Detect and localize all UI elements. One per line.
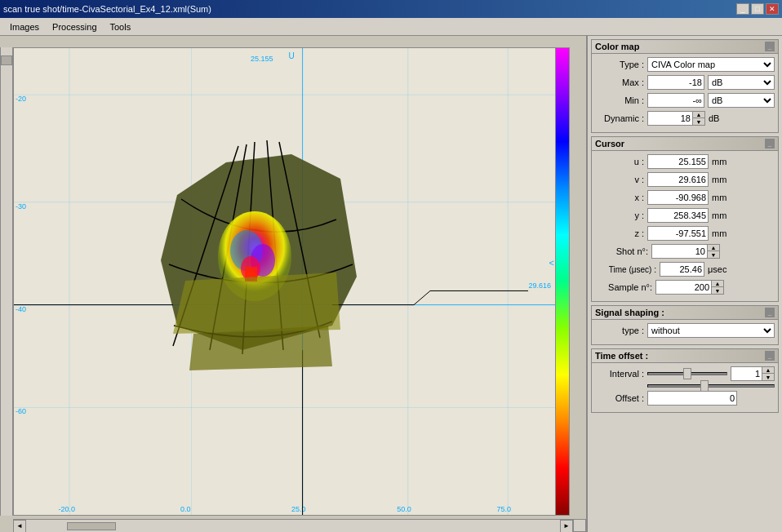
cursor-time-unit: μsec — [708, 264, 728, 274]
type-select[interactable]: CIVA Color map Gray scale Hot — [647, 57, 775, 72]
max-unit-select[interactable]: dB — [708, 75, 775, 90]
cursor-v-unit: mm — [712, 175, 732, 184]
cursor-x-input[interactable] — [647, 190, 709, 205]
signal-shaping-section: Signal shaping : _ type : without envelo… — [591, 305, 779, 345]
shot-spinner: ▲ ▼ — [707, 244, 720, 259]
canvas-viewport[interactable]: U 25.155 29.616 < -20 -30 -40 -60 -20.0 … — [13, 47, 570, 516]
time-offset-collapse[interactable]: _ — [765, 351, 775, 361]
offset-slider-thumb[interactable] — [700, 380, 709, 392]
cursor-u-row: u : mm — [595, 154, 775, 169]
cursor-z-input[interactable] — [647, 226, 709, 241]
color-map-collapse[interactable]: _ — [765, 42, 775, 51]
offset-slider-row — [595, 384, 775, 388]
menu-bar: Images Processing Tools — [0, 18, 782, 36]
interval-row: Interval : ▲ ▼ — [595, 366, 775, 381]
color-bar — [555, 47, 570, 516]
cursor-collapse[interactable]: _ — [765, 139, 775, 149]
offset-label: Offset : — [595, 393, 644, 403]
time-offset-body: Interval : ▲ ▼ — [592, 363, 778, 412]
cursor-z-label: z : — [595, 228, 644, 238]
interval-label: Interval : — [595, 369, 644, 379]
cursor-y-input[interactable] — [647, 208, 709, 223]
window-title: scan true shot/time-CivaSectorial_Ex4_12… — [3, 4, 211, 14]
time-offset-section: Time offset : _ Interval : ▲ ▼ — [591, 348, 779, 413]
scroll-corner-br[interactable] — [573, 519, 586, 532]
interval-down[interactable]: ▼ — [762, 374, 774, 380]
color-map-body: Type : CIVA Color map Gray scale Hot Max… — [592, 54, 778, 132]
interval-slider-track[interactable] — [647, 372, 727, 375]
cursor-u-input[interactable] — [647, 154, 709, 169]
offset-slider-track[interactable] — [647, 384, 775, 388]
dynamic-row: Dynamic : ▲ ▼ dB — [595, 111, 775, 126]
cursor-shot-input[interactable] — [651, 244, 707, 259]
max-input[interactable]: -18 — [647, 75, 704, 90]
cursor-sample-label: Sample n°: — [595, 282, 652, 292]
title-bar: scan true shot/time-CivaSectorial_Ex4_12… — [0, 0, 782, 18]
dynamic-up[interactable]: ▲ — [693, 112, 704, 118]
dynamic-label: Dynamic : — [595, 113, 644, 123]
shaping-type-row: type : without envelope real part imagin… — [595, 323, 775, 338]
cursor-v-label: v : — [595, 175, 644, 184]
shot-down[interactable]: ▼ — [708, 251, 719, 258]
dynamic-spinner-group: ▲ ▼ — [647, 111, 705, 126]
time-offset-header: Time offset : _ — [592, 349, 778, 363]
scroll-left-btn[interactable]: ◄ — [13, 520, 26, 533]
interval-slider-thumb[interactable] — [683, 368, 691, 379]
dynamic-input[interactable] — [647, 111, 692, 126]
cursor-v-input[interactable] — [647, 172, 709, 187]
max-label: Max : — [595, 78, 644, 87]
dynamic-unit: dB — [709, 113, 729, 123]
interval-spinner: ▲ ▼ — [762, 366, 775, 381]
sample-down[interactable]: ▼ — [712, 287, 723, 294]
v-scrollbar[interactable] — [0, 47, 13, 516]
type-row: Type : CIVA Color map Gray scale Hot — [595, 57, 775, 72]
scroll-right-btn[interactable]: ► — [560, 520, 573, 533]
cursor-u-label: u : — [595, 157, 644, 166]
cursor-body: u : mm v : mm x : mm y : — [592, 151, 778, 301]
close-button[interactable]: ✕ — [766, 3, 779, 15]
sample-up[interactable]: ▲ — [712, 281, 723, 287]
sample-spinner: ▲ ▼ — [711, 280, 724, 295]
min-label: Min : — [595, 95, 644, 105]
svg-line-18 — [414, 290, 430, 304]
cursor-z-unit: mm — [712, 228, 732, 238]
cursor-section: Cursor _ u : mm v : mm x : — [591, 136, 779, 302]
type-label: Type : — [595, 60, 644, 69]
svg-marker-26 — [173, 273, 340, 334]
cursor-time-label: Time (μsec) : — [595, 265, 656, 274]
cursor-time-input[interactable] — [660, 262, 704, 277]
cursor-v-row: v : mm — [595, 172, 775, 187]
menu-tools[interactable]: Tools — [104, 20, 138, 33]
min-input[interactable] — [647, 93, 704, 108]
cursor-x-label: x : — [595, 193, 644, 202]
h-scrollbar[interactable]: ◄ ► — [13, 519, 573, 532]
cursor-y-label: y : — [595, 211, 644, 220]
shot-up[interactable]: ▲ — [708, 245, 719, 251]
menu-images[interactable]: Images — [3, 20, 46, 33]
cursor-title: Cursor — [595, 139, 624, 149]
menu-processing[interactable]: Processing — [46, 20, 103, 33]
cursor-u-unit: mm — [712, 157, 732, 166]
minimize-button[interactable]: _ — [736, 3, 749, 15]
interval-up[interactable]: ▲ — [762, 367, 774, 374]
color-map-title: Color map — [595, 42, 639, 51]
main-content: ▲ U 25.155 29.616 < -20 -30 -40 -60 — [0, 36, 782, 532]
min-row: Min : dB — [595, 93, 775, 108]
cursor-shot-label: Shot n°: — [595, 246, 648, 256]
scroll-thumb-h[interactable] — [67, 522, 116, 530]
offset-input[interactable] — [647, 391, 737, 406]
shaping-type-select[interactable]: without envelope real part imaginary par… — [647, 323, 775, 338]
signal-shaping-header: Signal shaping : _ — [592, 306, 778, 320]
cursor-sample-input[interactable] — [655, 280, 711, 295]
dynamic-down[interactable]: ▼ — [693, 118, 704, 125]
cursor-shot-row: Shot n°: ▲ ▼ — [595, 244, 775, 259]
interval-input[interactable] — [731, 366, 762, 381]
cursor-y-unit: mm — [712, 211, 732, 220]
maximize-button[interactable]: □ — [751, 3, 764, 15]
cursor-x-row: x : mm — [595, 190, 775, 205]
time-offset-title: Time offset : — [595, 351, 648, 361]
color-map-section: Color map _ Type : CIVA Color map Gray s… — [591, 39, 779, 133]
min-unit-select[interactable]: dB — [708, 93, 775, 108]
signal-shaping-collapse[interactable]: _ — [765, 308, 775, 317]
canvas-area: ▲ U 25.155 29.616 < -20 -30 -40 -60 — [0, 36, 586, 532]
